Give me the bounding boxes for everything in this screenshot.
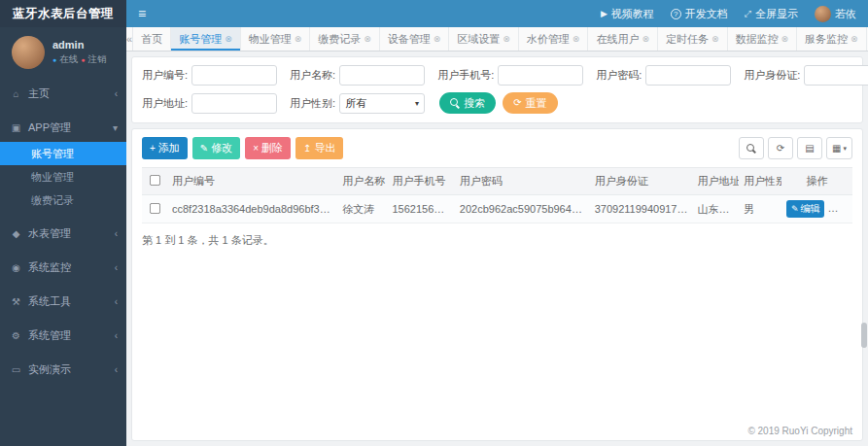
modify-button-label: 修改 [211, 141, 232, 155]
close-icon[interactable]: ⊗ [225, 35, 232, 44]
tab-water-price[interactable]: 水价管理 ⊗ [519, 27, 589, 51]
columns-icon: ▦ [832, 143, 841, 154]
table-row: cc8f2318a3364deb9da8d96bf326c662 徐文涛 156… [142, 195, 852, 223]
fullscreen-button[interactable]: ⤢ 全屏显示 [745, 7, 798, 21]
tab-label: 物业管理 [249, 32, 292, 47]
cell-user-name: 徐文涛 [337, 195, 387, 223]
close-icon[interactable]: ⊗ [851, 35, 858, 44]
gear-icon: ⚙ [9, 330, 23, 341]
tab-service-monitor[interactable]: 服务监控 ⊗ [797, 27, 867, 51]
tab-account-management[interactable]: 账号管理 ⊗ [171, 27, 241, 51]
sidebar-item-account-management[interactable]: 账号管理 [0, 142, 126, 165]
tab-online-users[interactable]: 在线用户 ⊗ [588, 27, 658, 51]
close-icon[interactable]: ⊗ [781, 35, 789, 44]
tab-property-management[interactable]: 物业管理 ⊗ [241, 27, 311, 51]
user-address-input[interactable] [191, 93, 277, 114]
row-edit-button[interactable]: ✎ 编辑 [786, 200, 825, 218]
sidebar-item-property-management[interactable]: 物业管理 [0, 165, 126, 189]
sidebar-item-system-management[interactable]: ⚙ 系统管理 ‹ [0, 323, 126, 348]
modify-button[interactable]: ✎ 修改 [192, 137, 240, 159]
tab-label: 缴费记录 [318, 32, 361, 47]
col-idcard: 用户身份证 [590, 168, 693, 195]
video-tutorial-link[interactable]: ▶ 视频教程 [601, 7, 654, 21]
gender-select[interactable]: 所有 ▾ [339, 93, 425, 114]
search-button[interactable]: 搜索 [439, 92, 496, 114]
dev-docs-link[interactable]: ? 开发文档 [671, 7, 728, 21]
table-refresh-button[interactable]: ⟳ [768, 137, 793, 159]
tab-home[interactable]: 首页 [133, 27, 171, 51]
row-checkbox[interactable] [149, 202, 159, 213]
sidebar-item-system-monitor[interactable]: ◉ 系统监控 ‹ [0, 255, 126, 280]
tab-data-monitor[interactable]: 数据监控 ⊗ [728, 27, 798, 51]
close-icon[interactable]: ⊗ [503, 35, 510, 44]
tab-label: 水价管理 [527, 32, 570, 47]
tab-payment-records[interactable]: 缴费记录 ⊗ [310, 27, 380, 51]
chevron-left-icon: ‹ [115, 262, 118, 273]
water-meter-icon: ◆ [9, 228, 23, 239]
sidebar-item-label: 系统工具 [28, 294, 115, 309]
list-icon: ▤ [805, 143, 814, 154]
row-delete-button[interactable]: × 删除 [831, 200, 852, 218]
logout-link[interactable]: 注销 [87, 53, 106, 66]
search-icon [746, 144, 756, 154]
sidebar-item-water-meter[interactable]: ◆ 水表管理 ‹ [0, 221, 126, 246]
delete-button-label: 删除 [261, 141, 283, 155]
chevron-down-icon: ▾ [415, 99, 419, 108]
col-user-name: 用户名称 [337, 168, 387, 195]
close-icon[interactable]: ⊗ [295, 35, 302, 44]
close-icon[interactable]: ⊗ [712, 35, 719, 44]
user-phone-input[interactable] [498, 65, 583, 86]
search-button-label: 搜索 [464, 96, 485, 111]
main-area: ≡ ▶ 视频教程 ? 开发文档 ⤢ 全屏显示 若依 [126, 0, 868, 446]
sidebar-item-label: 水表管理 [28, 226, 115, 241]
users-table: 用户编号 用户名称 用户手机号 用户密码 用户身份证 用户地址 用户性别 操作 [142, 167, 852, 223]
scrollbar[interactable] [860, 52, 868, 446]
edit-icon: ✎ [791, 205, 799, 214]
caret-down-icon: ▾ [843, 145, 847, 153]
scrollbar-thumb[interactable] [861, 323, 867, 348]
delete-button[interactable]: × 删除 [245, 137, 291, 159]
cell-password: 202cb962ac59075b964b07152d234b70 [455, 195, 590, 223]
sidebar-item-demo[interactable]: ▭ 实例演示 ‹ [0, 357, 126, 382]
topbar-user-menu[interactable]: 若依 [815, 6, 856, 22]
close-icon[interactable]: ⊗ [364, 35, 371, 44]
user-password-input[interactable] [645, 65, 731, 86]
tab-region-settings[interactable]: 区域设置 ⊗ [449, 27, 519, 51]
close-icon[interactable]: ⊗ [434, 35, 441, 44]
table-columns-button[interactable]: ▦ ▾ [826, 137, 852, 159]
user-name-input[interactable] [339, 65, 425, 86]
reset-button[interactable]: ⟳ 重置 [503, 92, 557, 114]
sidebar-item-payment-records[interactable]: 缴费记录 [0, 189, 126, 212]
user-name-label: 用户名称: [290, 68, 335, 83]
tab-label: 首页 [141, 32, 162, 47]
menu-toggle-icon[interactable]: ≡ [138, 7, 146, 20]
sidebar-item-home[interactable]: ⌂ 主页 ‹ [0, 81, 126, 106]
tab-device-management[interactable]: 设备管理 ⊗ [380, 27, 450, 51]
question-icon: ? [671, 9, 681, 19]
sidebar-item-system-tools[interactable]: ⚒ 系统工具 ‹ [0, 289, 126, 314]
user-password-label: 用户密码: [596, 68, 642, 83]
close-icon[interactable]: ⊗ [573, 35, 580, 44]
user-no-input[interactable] [191, 65, 277, 86]
desktop-icon: ▭ [9, 364, 23, 375]
export-button[interactable]: ↥ 导出 [295, 137, 343, 159]
monitor-icon: ◉ [9, 262, 23, 273]
table-search-button[interactable] [739, 137, 764, 159]
select-all-checkbox[interactable] [149, 175, 159, 186]
col-gender: 用户性别 [739, 168, 781, 195]
avatar[interactable] [12, 36, 45, 69]
cell-user-no: cc8f2318a3364deb9da8d96bf326c662 [167, 195, 337, 223]
tab-scheduled-tasks[interactable]: 定时任务 ⊗ [658, 27, 728, 51]
add-button[interactable]: + 添加 [142, 137, 188, 159]
add-button-label: 添加 [158, 141, 180, 155]
cell-address: 山东泰安 [693, 195, 739, 223]
user-idcard-input[interactable] [804, 65, 868, 86]
tabs-scroll-left-icon[interactable]: « [126, 27, 133, 51]
user-phone-label: 用户手机号: [437, 68, 494, 83]
close-icon[interactable]: ⊗ [642, 35, 649, 44]
sidebar-item-app-management[interactable]: ▣ APP管理 ▾ [0, 115, 126, 140]
online-status-link[interactable]: 在线 [59, 53, 78, 66]
chevron-left-icon: ‹ [115, 228, 118, 239]
sidebar-item-label: 账号管理 [31, 147, 74, 161]
table-toggle-view-button[interactable]: ▤ [797, 137, 822, 159]
